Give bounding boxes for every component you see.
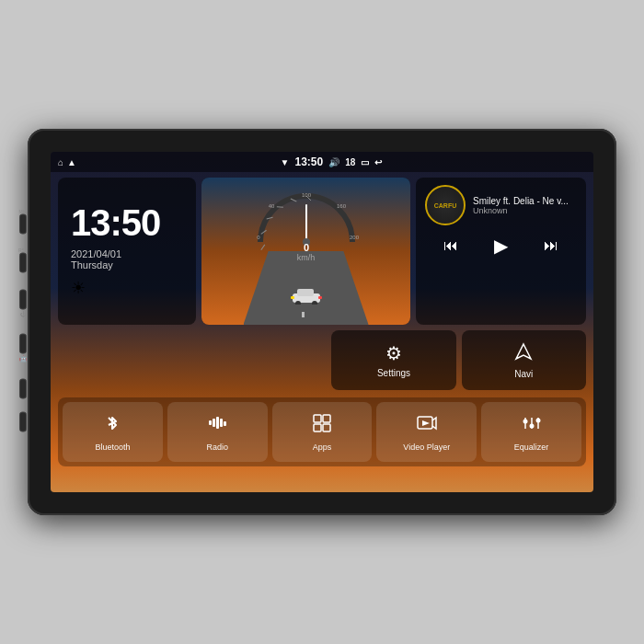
music-title: Smiley ft. Delia - Ne v...	[473, 196, 574, 206]
status-left: ⌂ ▲	[58, 157, 76, 167]
weather-icon: ☀	[71, 278, 86, 298]
clock-date: 2021/04/01	[71, 248, 121, 259]
svg-rect-30	[314, 415, 321, 422]
side-button-panel: MIC RST ⏻ 🤖	[18, 209, 28, 436]
svg-rect-33	[323, 424, 330, 431]
bluetooth-label: Bluetooth	[95, 443, 130, 452]
status-bar: ⌂ ▲ ▼ 13:50 🔊 18 ▭ ↩	[51, 152, 593, 172]
next-button[interactable]: ⏭	[544, 237, 558, 254]
screen: ⌂ ▲ ▼ 13:50 🔊 18 ▭ ↩ 13:50 2021/04/01	[51, 152, 593, 492]
road-line-1	[302, 312, 305, 317]
home-icon[interactable]: ⌂	[58, 157, 63, 167]
speedometer-widget: 0 40 100 160 200 0 km/h	[201, 178, 410, 325]
settings-label: Settings	[377, 368, 410, 378]
vol-down-button[interactable]	[19, 412, 27, 432]
equalizer-label: Equalizer	[514, 443, 549, 452]
rst-button[interactable]	[19, 253, 27, 273]
svg-rect-25	[209, 420, 212, 425]
settings-icon: ⚙	[385, 342, 402, 364]
clock-time: 13:50	[71, 204, 160, 241]
video-player-app[interactable]: Video Player	[376, 402, 477, 462]
battery-icon: ▭	[361, 157, 369, 167]
svg-line-10	[259, 245, 265, 250]
svg-rect-26	[213, 419, 215, 427]
navi-label: Navi	[514, 369, 533, 379]
music-top: CARFU Smiley ft. Delia - Ne v... Unknown	[425, 185, 577, 225]
bottom-app-bar: Bluetooth Radio	[58, 397, 586, 466]
back-icon[interactable]: ↩	[374, 157, 382, 167]
settings-row: ⚙ Settings Navi	[58, 330, 586, 390]
car-head-unit: MIC RST ⏻ 🤖 ⌂ ▲ ▼	[28, 129, 616, 515]
radio-icon	[207, 413, 227, 439]
top-row: 13:50 2021/04/01 Thursday ☀	[58, 178, 586, 325]
mic-button[interactable]	[19, 214, 27, 235]
svg-text:200: 200	[349, 235, 359, 240]
bluetooth-icon	[102, 413, 122, 439]
music-widget: CARFU Smiley ft. Delia - Ne v... Unknown…	[416, 178, 586, 325]
svg-rect-32	[314, 424, 321, 431]
album-art: CARFU	[425, 185, 466, 225]
volume-icon: 🔊	[328, 157, 339, 167]
clock-widget: 13:50 2021/04/01 Thursday ☀	[58, 178, 196, 325]
navi-icon	[514, 342, 533, 365]
clock-spacer	[58, 330, 196, 390]
equalizer-icon	[522, 413, 542, 439]
wifi-icon: ▼	[281, 157, 290, 167]
battery-level: 18	[345, 157, 355, 167]
status-center: ▼ 13:50 🔊 18 ▭ ↩	[281, 155, 383, 168]
upload-icon: ▲	[67, 157, 76, 167]
speedometer-gauge: 0 40 100 160 200 0 km/h	[251, 182, 362, 264]
apps-icon	[312, 413, 332, 439]
status-time: 13:50	[295, 155, 324, 168]
music-info: Smiley ft. Delia - Ne v... Unknown	[473, 196, 577, 215]
svg-point-41	[535, 418, 540, 422]
svg-text:100: 100	[301, 192, 311, 198]
svg-rect-5	[318, 296, 322, 299]
svg-marker-35	[422, 420, 430, 426]
android-button[interactable]	[19, 334, 27, 354]
power-button[interactable]	[19, 290, 27, 310]
radio-label: Radio	[206, 443, 228, 452]
svg-point-39	[529, 423, 534, 428]
svg-marker-24	[516, 344, 531, 359]
svg-rect-31	[323, 415, 330, 422]
svg-rect-1	[297, 289, 314, 296]
svg-rect-27	[216, 417, 219, 429]
svg-rect-29	[224, 421, 226, 426]
apps-app[interactable]: Apps	[272, 402, 373, 462]
svg-rect-28	[220, 419, 223, 427]
equalizer-app[interactable]: Equalizer	[481, 402, 581, 462]
clock-day: Thursday	[71, 259, 113, 270]
video-player-label: Video Player	[403, 443, 450, 452]
vol-up-button[interactable]	[19, 379, 27, 399]
radio-app[interactable]: Radio	[167, 402, 268, 462]
prev-button[interactable]: ⏮	[443, 237, 458, 254]
settings-button[interactable]: ⚙ Settings	[331, 330, 455, 390]
play-button[interactable]: ▶	[494, 235, 508, 257]
car-icon	[290, 286, 323, 308]
bluetooth-app[interactable]: Bluetooth	[63, 402, 163, 462]
road-spacer	[201, 330, 326, 390]
apps-label: Apps	[313, 443, 332, 452]
svg-rect-4	[291, 296, 294, 299]
main-content: 13:50 2021/04/01 Thursday ☀	[51, 172, 593, 492]
svg-point-37	[523, 419, 527, 423]
svg-text:40: 40	[268, 203, 274, 209]
video-player-icon	[417, 413, 437, 439]
music-controls: ⏮ ▶ ⏭	[425, 231, 577, 260]
music-artist: Unknown	[473, 206, 577, 215]
svg-text:160: 160	[336, 203, 346, 209]
navi-button[interactable]: Navi	[462, 330, 586, 390]
